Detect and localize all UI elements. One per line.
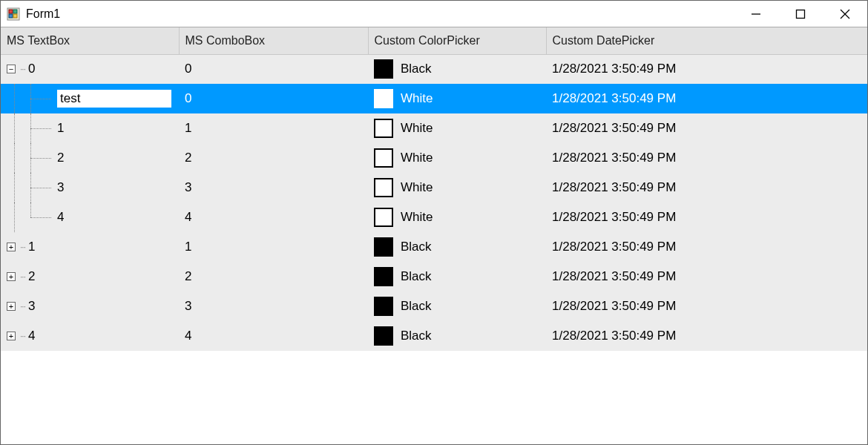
color-swatch [374,237,393,257]
table-row[interactable]: 44White1/28/2021 3:50:49 PM [1,202,867,232]
datepicker-cell[interactable]: 1/28/2021 3:50:49 PM [546,143,867,173]
expand-icon[interactable]: + [7,243,16,251]
textbox-cell[interactable]: −···0 [1,54,179,84]
combobox-cell[interactable]: 3 [179,173,368,202]
app-icon [7,7,20,21]
tree-connector: ··· [20,271,25,282]
close-button[interactable] [823,1,867,27]
table-row[interactable]: +···22Black1/28/2021 3:50:49 PM [1,262,867,291]
tree-connector: ··· [20,331,25,341]
node-label: 4 [28,329,35,343]
table-row[interactable]: 33White1/28/2021 3:50:49 PM [1,173,867,202]
tree-connector: ··· [20,301,25,312]
expand-icon[interactable]: + [7,302,16,311]
color-swatch [374,326,393,346]
colorpicker-cell[interactable]: Black [368,262,546,291]
combobox-cell[interactable]: 0 [179,54,368,84]
collapse-icon[interactable]: − [7,65,16,73]
tree-connector: ··· [20,64,25,74]
color-name: Black [401,269,432,284]
colorpicker-cell[interactable]: White [368,143,546,173]
datepicker-cell[interactable]: 1/28/2021 3:50:49 PM [546,262,867,291]
colorpicker-cell[interactable]: White [368,173,546,202]
combobox-cell[interactable]: 4 [179,202,368,232]
textbox-cell[interactable]: test [1,84,179,113]
colorpicker-cell[interactable]: White [368,113,546,143]
maximize-button[interactable] [778,1,823,27]
textbox-cell[interactable]: +···4 [1,321,179,351]
colorpicker-cell[interactable]: Black [368,321,546,351]
node-label: 1 [57,121,64,136]
colorpicker-cell[interactable]: Black [368,54,546,84]
combobox-cell[interactable]: 0 [179,84,368,113]
tree-line [7,202,23,232]
color-swatch [374,297,393,316]
table-row[interactable]: +···44Black1/28/2021 3:50:49 PM [1,321,867,351]
column-header-combobox[interactable]: MS ComboBox [179,27,368,54]
textbox-cell[interactable]: +···2 [1,262,179,291]
colorpicker-cell[interactable]: White [368,84,546,113]
column-header-row: MS TextBox MS ComboBox Custom ColorPicke… [1,27,867,54]
tree-branch [23,84,56,113]
combobox-cell[interactable]: 2 [179,262,368,291]
column-header-colorpicker[interactable]: Custom ColorPicker [368,27,546,54]
table-row[interactable]: 22White1/28/2021 3:50:49 PM [1,143,867,173]
combobox-cell[interactable]: 3 [179,291,368,321]
window-controls [734,1,867,27]
datepicker-cell[interactable]: 1/28/2021 3:50:49 PM [546,232,867,262]
app-window: Form1 MS TextBox MS ComboBox Custom Colo… [0,0,868,445]
window-title: Form1 [26,7,734,21]
tree-line [7,143,23,173]
table-row[interactable]: test0White1/28/2021 3:50:49 PM [1,84,867,113]
svg-rect-2 [13,10,17,13]
treegrid[interactable]: MS TextBox MS ComboBox Custom ColorPicke… [1,27,867,351]
node-label: 4 [57,210,64,225]
colorpicker-cell[interactable]: Black [368,291,546,321]
datepicker-cell[interactable]: 1/28/2021 3:50:49 PM [546,202,867,232]
textbox-cell[interactable]: +···1 [1,232,179,262]
tree-connector: ··· [20,242,25,252]
column-header-datepicker[interactable]: Custom DatePicker [546,27,867,54]
textbox-cell[interactable]: +···3 [1,291,179,321]
combobox-cell[interactable]: 4 [179,321,368,351]
expand-icon[interactable]: + [7,272,16,281]
tree-branch [23,173,56,202]
datepicker-cell[interactable]: 1/28/2021 3:50:49 PM [546,321,867,351]
table-row[interactable]: +···33Black1/28/2021 3:50:49 PM [1,291,867,321]
colorpicker-cell[interactable]: White [368,202,546,232]
datepicker-cell[interactable]: 1/28/2021 3:50:49 PM [546,54,867,84]
titlebar[interactable]: Form1 [1,1,867,27]
expand-icon[interactable]: + [7,332,16,340]
color-name: White [401,180,433,195]
color-name: Black [401,299,432,314]
tree-line [7,84,23,113]
combobox-cell[interactable]: 1 [179,232,368,262]
color-name: White [401,91,433,106]
column-header-textbox[interactable]: MS TextBox [1,27,179,54]
color-swatch [374,267,393,286]
table-row[interactable]: +···11Black1/28/2021 3:50:49 PM [1,232,867,262]
textbox-cell[interactable]: 1 [1,113,179,143]
textbox-cell[interactable]: 2 [1,143,179,173]
combobox-cell[interactable]: 2 [179,143,368,173]
color-name: White [401,151,433,165]
tree-branch [23,143,56,173]
datepicker-cell[interactable]: 1/28/2021 3:50:49 PM [546,173,867,202]
datepicker-cell[interactable]: 1/28/2021 3:50:49 PM [546,84,867,113]
datepicker-cell[interactable]: 1/28/2021 3:50:49 PM [546,113,867,143]
tree-branch [23,113,56,143]
close-icon [840,9,850,19]
colorpicker-cell[interactable]: Black [368,232,546,262]
textbox-editor[interactable]: test [56,88,173,109]
table-row[interactable]: −···00Black1/28/2021 3:50:49 PM [1,54,867,84]
table-row[interactable]: 11White1/28/2021 3:50:49 PM [1,113,867,143]
minimize-button[interactable] [734,1,778,27]
combobox-cell[interactable]: 1 [179,113,368,143]
color-swatch [374,59,393,79]
svg-rect-3 [9,14,13,18]
textbox-cell[interactable]: 4 [1,202,179,232]
color-name: Black [401,240,432,254]
minimize-icon [751,9,761,19]
textbox-cell[interactable]: 3 [1,173,179,202]
datepicker-cell[interactable]: 1/28/2021 3:50:49 PM [546,291,867,321]
